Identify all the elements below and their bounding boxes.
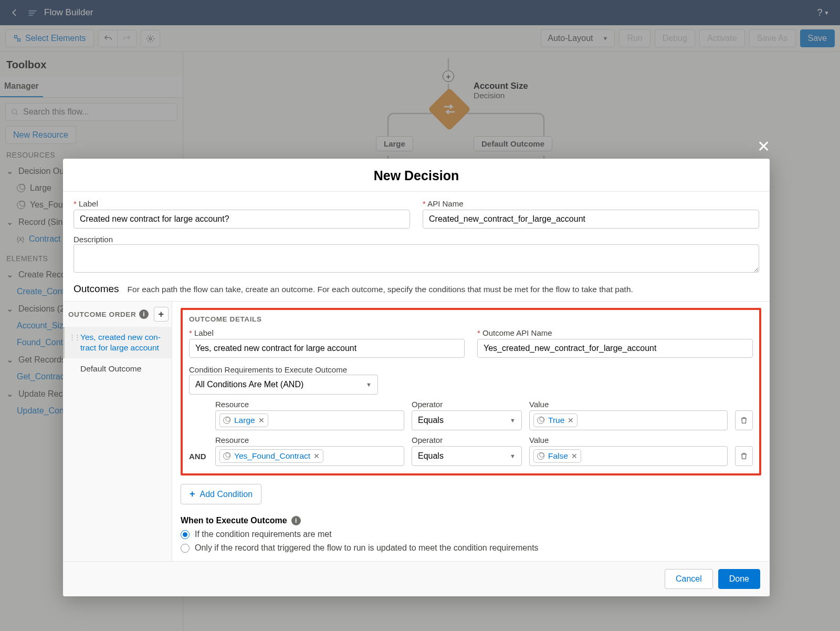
description-label: Description — [74, 235, 113, 244]
outcome-details-panel: OUTCOME DETAILS Label Outcome API Name C… — [172, 302, 770, 561]
resource-input[interactable]: Large✕ — [215, 410, 404, 430]
api-name-input[interactable] — [423, 210, 759, 229]
operator-select[interactable]: Equals▼ — [412, 410, 522, 430]
delete-row-button[interactable] — [735, 410, 753, 430]
radio-icon — [181, 544, 190, 553]
outcome-icon — [537, 452, 544, 460]
label-label: Label — [74, 199, 410, 208]
value-input[interactable]: True✕ — [529, 410, 728, 430]
resource-label: Resource — [215, 436, 404, 444]
outcome-api-input[interactable] — [477, 339, 753, 358]
chevron-down-icon: ▼ — [510, 417, 516, 423]
when-option-2[interactable]: Only if the record that triggered the fl… — [181, 543, 761, 553]
info-icon[interactable]: i — [139, 309, 149, 319]
cancel-button[interactable]: Cancel — [665, 569, 713, 589]
label-input[interactable] — [74, 210, 410, 229]
remove-icon[interactable]: ✕ — [258, 416, 265, 425]
done-button[interactable]: Done — [718, 569, 760, 589]
outcome-order-item[interactable]: ⋮⋮Yes, created new con- tract for large … — [63, 327, 172, 358]
operator-select[interactable]: Equals▼ — [412, 446, 522, 466]
modal-overlay: ✕ New Decision Label API Name Descriptio… — [0, 0, 840, 631]
resource-input[interactable]: Yes_Found_Contract✕ — [215, 446, 404, 466]
modal-footer: Cancel Done — [63, 561, 770, 596]
operator-label: Operator — [412, 436, 522, 444]
outcome-label-input[interactable] — [189, 339, 465, 358]
outcomes-heading: Outcomes — [74, 283, 119, 295]
remove-icon[interactable]: ✕ — [313, 452, 320, 460]
value-input[interactable]: False✕ — [529, 446, 728, 466]
modal-title: New Decision — [63, 159, 770, 192]
when-option-1[interactable]: If the condition requirements are met — [181, 530, 761, 539]
close-icon[interactable]: ✕ — [754, 137, 773, 156]
radio-icon — [181, 530, 190, 539]
outcome-details-title: OUTCOME DETAILS — [189, 315, 753, 323]
operator-label: Operator — [412, 400, 522, 409]
condition-req-label: Condition Requirements to Execute Outcom… — [189, 365, 347, 374]
outcome-api-label: Outcome API Name — [477, 328, 753, 337]
drag-icon[interactable]: ⋮⋮ — [69, 333, 79, 342]
description-input[interactable] — [74, 244, 759, 273]
api-name-label: API Name — [423, 199, 759, 208]
outcome-icon — [223, 417, 230, 424]
outcome-icon — [223, 452, 230, 460]
condition-req-select[interactable]: All Conditions Are Met (AND) ▼ — [189, 375, 378, 395]
outcome-order-title: OUTCOME ORDER — [68, 311, 136, 318]
add-condition-button[interactable]: + Add Condition — [181, 484, 261, 504]
info-icon[interactable]: i — [291, 516, 301, 525]
and-label: AND — [189, 452, 208, 466]
chevron-down-icon: ▼ — [366, 381, 372, 388]
outcome-order-panel: OUTCOME ORDERi + ⋮⋮Yes, created new con-… — [63, 302, 172, 561]
when-execute-title: When to Execute Outcome — [181, 516, 287, 525]
add-outcome-button[interactable]: + — [154, 307, 169, 322]
new-decision-modal: ✕ New Decision Label API Name Descriptio… — [63, 159, 770, 596]
remove-icon[interactable]: ✕ — [568, 416, 574, 425]
plus-icon: + — [190, 489, 195, 500]
outcome-order-item-default[interactable]: Default Outcome — [63, 358, 172, 379]
chevron-down-icon: ▼ — [510, 453, 516, 459]
delete-row-button[interactable] — [735, 446, 753, 466]
outcomes-desc: For each path the flow can take, create … — [128, 285, 633, 294]
when-execute-section: When to Execute Outcomei If the conditio… — [181, 516, 761, 553]
outcome-label-label: Label — [189, 328, 465, 337]
outcome-icon — [537, 417, 544, 424]
value-label: Value — [529, 436, 728, 444]
remove-icon[interactable]: ✕ — [571, 452, 578, 460]
resource-label: Resource — [215, 400, 404, 409]
value-label: Value — [529, 400, 728, 409]
highlighted-region: OUTCOME DETAILS Label Outcome API Name C… — [181, 308, 761, 475]
